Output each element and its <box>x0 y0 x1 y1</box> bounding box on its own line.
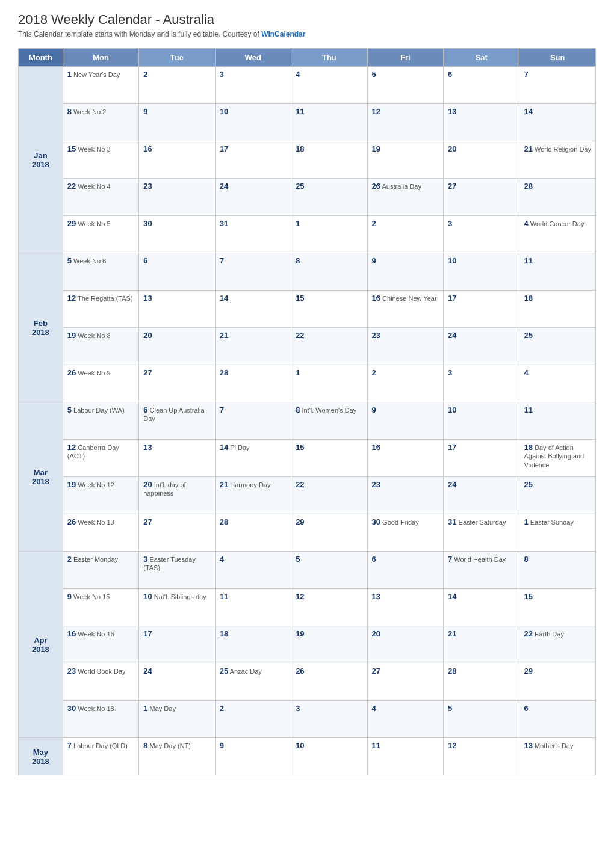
table-row: 26 Week No 927281234 <box>19 365 596 402</box>
day-cell: 19 <box>367 141 443 179</box>
day-cell: 15 <box>291 291 367 328</box>
day-cell: 14 Pi Day <box>215 440 291 477</box>
day-number: 29 <box>296 517 304 526</box>
day-cell: 28 <box>444 663 519 701</box>
table-row: Feb20185 Week No 667891011 <box>19 253 596 291</box>
day-number: 12 <box>296 592 304 601</box>
day-cell: 13 <box>444 104 519 141</box>
calendar-table: Month Mon Tue Wed Thu Fri Sat Sun Jan201… <box>18 48 596 775</box>
day-cell: 15 Week No 3 <box>63 141 138 179</box>
day-cell: 19 <box>291 626 367 663</box>
day-event: Day of Action Against Bullying and Viole… <box>524 444 584 469</box>
day-cell: 22 Earth Day <box>519 626 596 663</box>
day-number: 16 <box>143 144 152 153</box>
day-cell: 1 <box>291 216 367 253</box>
day-number: 9 <box>143 107 147 116</box>
day-cell: 1 <box>291 365 367 402</box>
day-cell: 14 <box>215 291 291 328</box>
day-number: 11 <box>524 405 532 414</box>
day-event: Week No 18 <box>76 705 114 712</box>
day-number: 19 <box>67 331 76 340</box>
day-number: 21 <box>448 629 456 638</box>
day-cell: 6 <box>519 701 596 738</box>
day-event: Chinese New Year <box>380 295 437 302</box>
day-number: 3 <box>296 704 300 713</box>
day-event: World Cancer Day <box>529 220 585 227</box>
day-cell: 16 Chinese New Year <box>367 291 443 328</box>
day-event: Pi Day <box>228 444 249 451</box>
day-number: 5 <box>67 405 72 414</box>
day-number: 21 <box>524 144 532 153</box>
day-number: 10 <box>448 256 456 265</box>
day-event: Week No 2 <box>72 108 106 115</box>
day-event: Labour Day (WA) <box>72 407 125 414</box>
day-cell: 17 <box>139 626 215 663</box>
day-cell: 4 <box>519 365 596 402</box>
day-number: 22 <box>296 480 304 489</box>
day-cell: 12 <box>291 589 367 626</box>
day-number: 17 <box>143 629 152 638</box>
day-cell: 6 <box>444 67 519 104</box>
day-cell: 27 <box>444 179 519 216</box>
table-row: 19 Week No 1220 Int'l. day of happiness2… <box>19 477 596 514</box>
day-number: 3 <box>220 70 224 79</box>
day-event: World Religion Day <box>533 146 591 153</box>
day-number: 28 <box>524 182 532 191</box>
day-cell: 30 Week No 18 <box>63 701 138 738</box>
day-cell: 6 <box>367 552 443 589</box>
day-number: 22 <box>67 182 76 191</box>
day-cell: 7 <box>519 67 596 104</box>
day-number: 11 <box>524 256 532 265</box>
day-number: 22 <box>296 331 304 340</box>
day-number: 21 <box>220 480 228 489</box>
day-number: 2 <box>220 704 224 713</box>
day-number: 11 <box>296 107 304 116</box>
day-number: 7 <box>67 741 72 750</box>
day-cell: 15 <box>291 440 367 477</box>
day-number: 20 <box>143 480 152 489</box>
day-cell: 8 <box>291 253 367 291</box>
day-event: New Year's Day <box>72 71 120 78</box>
day-cell: 9 <box>215 738 291 775</box>
day-cell: 13 <box>139 440 215 477</box>
day-cell: 16 <box>139 141 215 179</box>
day-number: 9 <box>67 592 72 601</box>
day-number: 23 <box>67 666 76 676</box>
day-cell: 9 <box>367 402 443 440</box>
day-number: 31 <box>448 517 456 526</box>
day-cell: 23 World Book Day <box>63 663 138 701</box>
day-event: Week No 6 <box>72 257 106 265</box>
day-number: 10 <box>220 107 228 116</box>
day-event: Nat'l. Siblings day <box>152 593 206 600</box>
day-cell: 20 Int'l. day of happiness <box>139 477 215 514</box>
day-cell: 7 Labour Day (QLD) <box>63 738 138 775</box>
day-number: 5 <box>67 256 72 265</box>
day-event: Easter Tuesday (TAS) <box>143 556 196 571</box>
day-cell: 6 <box>139 253 215 291</box>
day-event: World Health Day <box>452 556 506 563</box>
day-cell: 3 <box>444 216 519 253</box>
month-cell-May2018: May2018 <box>19 738 63 775</box>
day-number: 18 <box>524 294 532 303</box>
day-cell: 29 Week No 5 <box>63 216 138 253</box>
day-cell: 4 World Cancer Day <box>519 216 596 253</box>
page-title: 2018 Weekly Calendar - Australia <box>18 12 596 28</box>
day-cell: 9 <box>367 253 443 291</box>
day-cell: 5 Week No 6 <box>63 253 138 291</box>
day-number: 12 <box>372 107 380 116</box>
day-number: 27 <box>448 182 456 191</box>
table-row: 15 Week No 3161718192021 World Religion … <box>19 141 596 179</box>
day-number: 14 <box>524 107 532 116</box>
table-row: 19 Week No 8202122232425 <box>19 328 596 365</box>
day-number: 13 <box>524 741 532 750</box>
day-cell: 22 <box>291 328 367 365</box>
day-cell: 3 <box>444 365 519 402</box>
day-cell: 24 <box>444 477 519 514</box>
day-event: Week No 5 <box>76 220 110 227</box>
day-number: 11 <box>372 741 380 750</box>
day-cell: 3 Easter Tuesday (TAS) <box>139 552 215 589</box>
day-number: 14 <box>220 443 228 452</box>
day-event: Week No 12 <box>76 481 114 488</box>
day-cell: 26 Week No 13 <box>63 514 138 552</box>
day-number: 23 <box>372 331 380 340</box>
